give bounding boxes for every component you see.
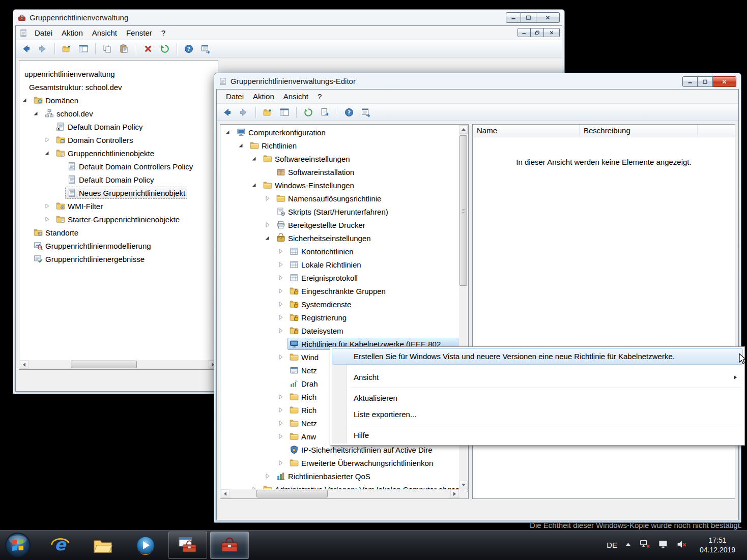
tree-item[interactable]: school.dev: [19, 107, 218, 120]
expand-icon[interactable]: [277, 314, 283, 320]
refresh-button[interactable]: [301, 105, 316, 119]
export-page-button[interactable]: [318, 105, 333, 119]
back-button[interactable]: [219, 105, 235, 119]
tray-display-button[interactable]: [657, 539, 669, 551]
taskbar-item-gpme-console[interactable]: [210, 532, 249, 559]
tree-item[interactable]: Default Domain Policy: [19, 173, 218, 186]
tree-item[interactable]: Richtlinien: [220, 139, 468, 152]
gpme-titlebar[interactable]: Gruppenrichtlinienverwaltungs-Editor: [214, 73, 741, 89]
scroll-left-button[interactable]: [221, 489, 229, 498]
child-minimize-button[interactable]: [518, 28, 531, 37]
close-button[interactable]: [713, 76, 736, 87]
up-folder-button[interactable]: [260, 105, 275, 119]
tree-item[interactable]: Lokale Richtlinien: [220, 258, 468, 271]
expand-icon[interactable]: [44, 216, 50, 222]
tray-hidden-icons-button[interactable]: [624, 541, 632, 550]
taskbar-item-gpmc-console[interactable]: [168, 532, 207, 559]
expand-icon[interactable]: [277, 301, 283, 307]
collapse-icon[interactable]: [251, 182, 257, 188]
tree-item[interactable]: Gruppenrichtlinienmodellierung: [19, 239, 218, 252]
tree-item[interactable]: uppenrichtlinienverwaltung: [19, 67, 218, 80]
tree-item[interactable]: Neues Gruppenrichtlinienobjekt: [19, 186, 218, 199]
expand-icon[interactable]: [44, 203, 50, 209]
column-header-beschreibung[interactable]: Beschreibung: [580, 125, 698, 137]
tree-item[interactable]: Eingeschränkte Gruppen: [220, 284, 468, 298]
scroll-up-button[interactable]: [459, 125, 468, 134]
context-menu-item[interactable]: Liste exportieren...: [332, 406, 743, 423]
tree-item[interactable]: Kontorichtlinien: [220, 245, 468, 258]
expand-icon[interactable]: [264, 473, 270, 479]
tree-item[interactable]: Richtlinienbasierter QoS: [220, 469, 468, 483]
tree-item[interactable]: Computerkonfiguration: [220, 126, 468, 139]
collapse-icon[interactable]: [21, 97, 27, 103]
tree-item[interactable]: Sicherheitseinstellungen: [220, 231, 468, 245]
column-header-name[interactable]: Name: [473, 125, 580, 137]
context-menu-item[interactable]: Erstellen Sie für Windows Vista und neue…: [332, 348, 743, 365]
expand-icon[interactable]: [277, 288, 283, 294]
tree-item[interactable]: Dateisystem: [220, 324, 468, 337]
tree-item[interactable]: Gruppenrichtlinienergebnisse: [19, 252, 218, 266]
expand-icon[interactable]: [44, 137, 50, 143]
delete-button[interactable]: [140, 42, 156, 55]
export-list-button[interactable]: [358, 105, 374, 119]
collapse-icon[interactable]: [44, 150, 50, 156]
taskbar-item-media-player[interactable]: [124, 530, 167, 560]
menubar-item-datei[interactable]: Datei: [30, 26, 57, 40]
scroll-left-button[interactable]: [20, 360, 28, 369]
tree-item[interactable]: Gruppenrichtlinienobjekte: [19, 146, 218, 160]
scroll-down-button[interactable]: [459, 481, 468, 489]
menubar-item-aktion[interactable]: Aktion: [57, 26, 88, 40]
menubar-item-ansicht[interactable]: Ansicht: [88, 26, 122, 40]
collapse-icon[interactable]: [251, 156, 257, 162]
child-restore-button[interactable]: [531, 28, 544, 37]
forward-button[interactable]: [35, 42, 50, 55]
expand-icon[interactable]: [277, 420, 283, 426]
back-button[interactable]: [18, 42, 34, 55]
child-close-button[interactable]: [544, 28, 560, 37]
close-button[interactable]: [536, 12, 560, 23]
maximize-button[interactable]: [521, 12, 536, 23]
copy-button[interactable]: [100, 42, 115, 55]
expand-icon[interactable]: [277, 248, 283, 254]
collapse-icon[interactable]: [238, 142, 244, 149]
expand-icon[interactable]: [264, 222, 270, 228]
tree-item[interactable]: Systemdienste: [220, 298, 468, 311]
taskbar-clock[interactable]: 17:51 04.12.2019: [694, 536, 741, 555]
refresh-button[interactable]: [157, 42, 173, 55]
tray-network-disconnected-button[interactable]: [639, 539, 650, 551]
expand-icon[interactable]: [277, 394, 283, 400]
menubar-item-datei[interactable]: Datei: [221, 90, 248, 103]
taskbar-item-start-orb[interactable]: [3, 530, 33, 560]
scroll-right-button[interactable]: [450, 489, 459, 498]
expand-icon[interactable]: [277, 328, 283, 334]
context-menu-item[interactable]: Hilfe: [332, 427, 743, 444]
help-button[interactable]: ?: [341, 105, 357, 119]
gpmc-titlebar[interactable]: Gruppenrichtlinienverwaltung: [13, 10, 564, 25]
menubar-item-fenster[interactable]: Fenster: [122, 26, 157, 40]
minimize-button[interactable]: [682, 76, 698, 87]
paste-button[interactable]: [117, 42, 132, 55]
menubar-item-aktion[interactable]: Aktion: [248, 90, 279, 103]
tree-item[interactable]: Bereitgestellte Drucker: [220, 218, 468, 231]
expand-icon[interactable]: [277, 460, 283, 466]
gpme-tree-horizontal-scrollbar[interactable]: [221, 489, 459, 498]
minimize-button[interactable]: [506, 12, 521, 23]
tree-item[interactable]: Windows-Einstellungen: [220, 179, 468, 192]
menubar-item-help[interactable]: ?: [157, 26, 170, 40]
context-menu-item[interactable]: Ansicht: [332, 369, 743, 386]
up-folder-button[interactable]: [59, 42, 74, 55]
collapse-icon[interactable]: [33, 110, 39, 116]
scrollbar-thumb[interactable]: [71, 361, 137, 368]
tree-item[interactable]: Softwareeinstellungen: [220, 152, 468, 165]
expand-icon[interactable]: [277, 261, 283, 268]
taskbar-item-windows-explorer[interactable]: [81, 530, 124, 560]
tree-item[interactable]: Default Domain Controllers Policy: [19, 160, 218, 173]
expand-icon[interactable]: [277, 433, 283, 439]
scrollbar-thumb[interactable]: [256, 490, 328, 497]
tree-item[interactable]: Registrierung: [220, 311, 468, 324]
tree-item[interactable]: Softwareinstallation: [220, 165, 468, 179]
tree-item[interactable]: Ereignisprotokoll: [220, 271, 468, 284]
context-menu-item[interactable]: Aktualisieren: [332, 390, 743, 406]
export-list-button[interactable]: [198, 42, 213, 55]
language-indicator[interactable]: DE: [607, 541, 617, 549]
